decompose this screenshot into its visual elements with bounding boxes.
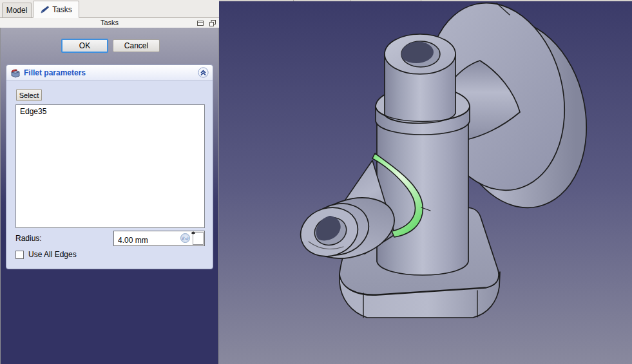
- select-button[interactable]: Select: [16, 89, 42, 101]
- radius-label: Radius:: [15, 234, 42, 243]
- freecad-window: Model Tasks Tasks: [0, 0, 632, 364]
- use-all-edges-label: Use All Edges: [28, 250, 77, 259]
- tab-model[interactable]: Model: [2, 3, 32, 17]
- tab-tasks-label: Tasks: [52, 5, 72, 14]
- cancel-button-label: Cancel: [124, 41, 148, 50]
- use-all-edges-checkbox[interactable]: [15, 251, 24, 259]
- expression-icon[interactable]: f(x): [180, 233, 190, 243]
- radius-spinbox[interactable]: f(x): [113, 231, 205, 246]
- use-all-edges-row: Use All Edges: [15, 250, 77, 259]
- fillet-parameters-header[interactable]: Fillet parameters: [6, 65, 213, 81]
- 3d-viewport[interactable]: [219, 0, 632, 364]
- dock-titlebar[interactable]: Tasks: [0, 18, 219, 28]
- radius-spinner: [193, 232, 204, 245]
- fillet-parameters-card: Fillet parameters Select Edge35 Radius:: [6, 64, 213, 269]
- edge-list-item[interactable]: Edge35: [20, 107, 200, 117]
- tasks-panel-background: OK Cancel Fillet parameters: [0, 28, 219, 364]
- fillet-parameters-title: Fillet parameters: [24, 68, 195, 77]
- cancel-button[interactable]: Cancel: [113, 39, 160, 52]
- toolbar-edge-strip: [219, 0, 632, 1]
- collapse-chevron-icon[interactable]: [198, 67, 209, 78]
- ok-button-label: OK: [79, 41, 90, 50]
- edge-list[interactable]: Edge35: [15, 104, 205, 228]
- ok-button[interactable]: OK: [61, 39, 108, 53]
- radius-input[interactable]: [114, 231, 180, 247]
- tab-model-label: Model: [6, 6, 28, 15]
- pen-icon: [40, 5, 49, 14]
- tab-tasks[interactable]: Tasks: [33, 1, 79, 18]
- combo-view-tabbar: Model Tasks: [0, 0, 219, 18]
- fillet-icon: [10, 68, 21, 78]
- dock-title: Tasks: [101, 19, 119, 26]
- select-button-label: Select: [19, 91, 39, 99]
- combo-view-panel: Model Tasks Tasks: [0, 0, 219, 364]
